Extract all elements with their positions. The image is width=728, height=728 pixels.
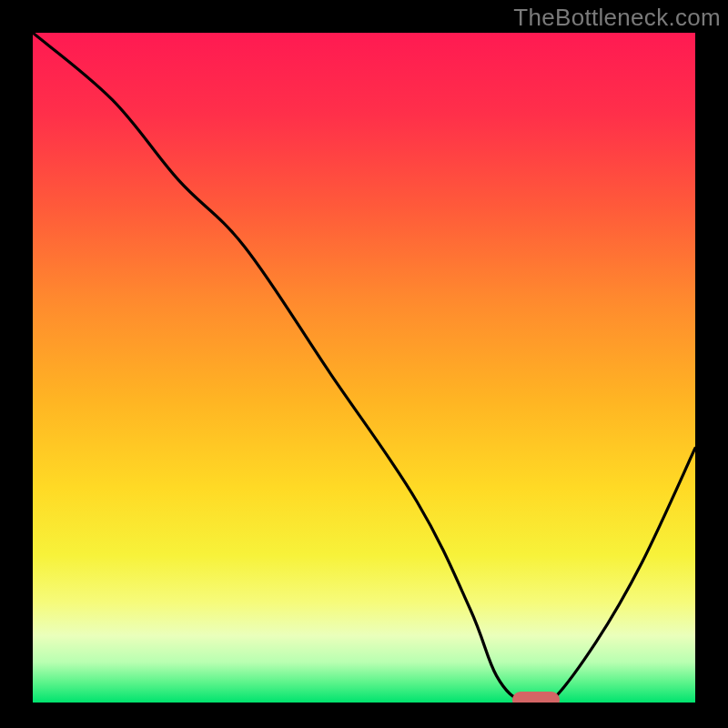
watermark-label: TheBottleneck.com (513, 4, 721, 32)
bottleneck-curve (33, 33, 695, 703)
plot-area (33, 33, 695, 703)
optimal-marker (512, 692, 560, 703)
chart-container: TheBottleneck.com (0, 0, 728, 728)
